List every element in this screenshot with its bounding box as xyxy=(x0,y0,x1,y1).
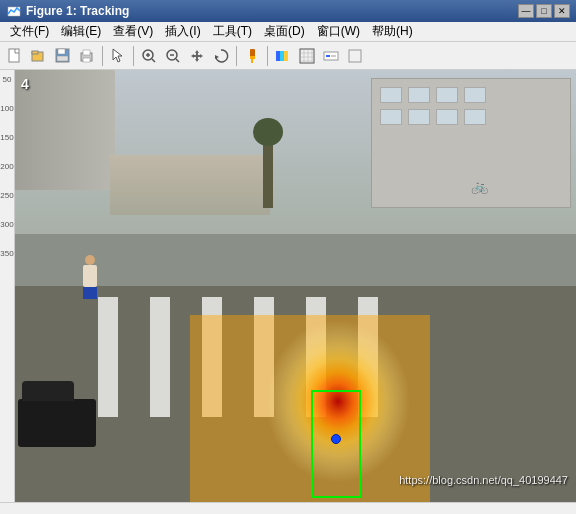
rotate-button[interactable] xyxy=(210,45,232,67)
tracking-dot xyxy=(331,434,341,444)
bottom-ruler xyxy=(0,502,576,514)
menu-help[interactable]: 帮助(H) xyxy=(366,22,419,41)
toolbar-separator-1 xyxy=(102,46,103,66)
close-button[interactable]: ✕ xyxy=(554,4,570,18)
menu-insert[interactable]: 插入(I) xyxy=(159,22,206,41)
menu-edit[interactable]: 编辑(E) xyxy=(55,22,107,41)
tree-top xyxy=(253,118,283,146)
title-bar: Figure 1: Tracking — □ ✕ xyxy=(0,0,576,22)
toolbar-separator-2 xyxy=(133,46,134,66)
svg-rect-35 xyxy=(349,50,361,62)
watermark: https://blog.csdn.net/qq_40199447 xyxy=(399,474,568,486)
window-controls[interactable]: — □ ✕ xyxy=(518,4,570,18)
svg-line-12 xyxy=(152,59,155,62)
save-button[interactable] xyxy=(52,45,74,67)
svg-rect-20 xyxy=(250,56,255,59)
menu-tools[interactable]: 工具(T) xyxy=(207,22,258,41)
axes-grid-button[interactable] xyxy=(296,45,318,67)
window-title: Figure 1: Tracking xyxy=(26,4,518,18)
maximize-button[interactable]: □ xyxy=(536,4,552,18)
svg-rect-22 xyxy=(276,51,280,61)
brush-button[interactable] xyxy=(241,45,263,67)
cursor-button[interactable] xyxy=(107,45,129,67)
frame-number: 4 xyxy=(21,76,29,92)
svg-line-16 xyxy=(176,59,179,62)
legend-button[interactable] xyxy=(320,45,342,67)
svg-rect-8 xyxy=(83,50,90,55)
svg-marker-18 xyxy=(215,55,219,59)
scene-canvas: 🚲 xyxy=(15,70,576,502)
toolbar-separator-4 xyxy=(267,46,268,66)
open-button[interactable] xyxy=(28,45,50,67)
figure-area: 50 100 150 200 250 300 350 xyxy=(0,70,576,514)
svg-rect-3 xyxy=(32,51,38,54)
sidewalk xyxy=(15,234,576,286)
menu-file[interactable]: 文件(F) xyxy=(4,22,55,41)
svg-rect-23 xyxy=(280,51,284,61)
menu-desktop[interactable]: 桌面(D) xyxy=(258,22,311,41)
stairs xyxy=(110,155,270,215)
new-button[interactable] xyxy=(4,45,26,67)
menu-bar: 文件(F) 编辑(E) 查看(V) 插入(I) 工具(T) 桌面(D) 窗口(W… xyxy=(0,22,576,42)
zoom-out-button[interactable] xyxy=(162,45,184,67)
bicycle-icon: 🚲 xyxy=(471,178,488,194)
svg-rect-33 xyxy=(326,55,330,57)
left-ruler: 50 100 150 200 250 300 350 xyxy=(0,70,15,514)
person xyxy=(83,255,97,299)
svg-rect-6 xyxy=(57,56,68,61)
svg-rect-9 xyxy=(83,58,90,62)
tree-trunk xyxy=(263,138,273,208)
svg-rect-19 xyxy=(250,49,255,57)
menu-window[interactable]: 窗口(W) xyxy=(311,22,366,41)
svg-marker-10 xyxy=(113,49,122,62)
print-button[interactable] xyxy=(76,45,98,67)
colormap-button[interactable] xyxy=(272,45,294,67)
axes-button[interactable] xyxy=(344,45,366,67)
toolbar-separator-3 xyxy=(236,46,237,66)
toolbar xyxy=(0,42,576,70)
minimize-button[interactable]: — xyxy=(518,4,534,18)
svg-rect-1 xyxy=(9,49,19,62)
svg-rect-5 xyxy=(58,49,65,54)
car-left xyxy=(18,399,96,447)
zoom-in-button[interactable] xyxy=(138,45,160,67)
svg-rect-24 xyxy=(284,51,288,61)
window-icon xyxy=(6,3,22,19)
left-wall xyxy=(15,70,115,190)
detection-box xyxy=(311,390,361,498)
pan-button[interactable] xyxy=(186,45,208,67)
menu-view[interactable]: 查看(V) xyxy=(107,22,159,41)
